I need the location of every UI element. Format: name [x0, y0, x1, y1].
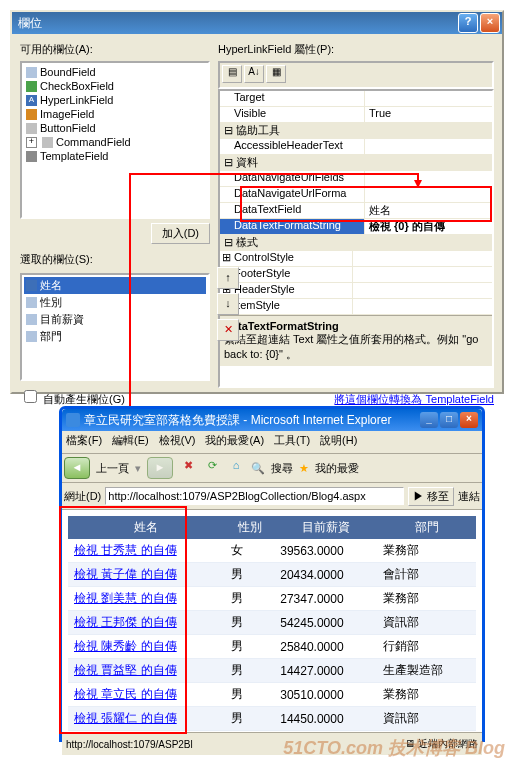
biography-link[interactable]: 檢視 章立民 的自傳 — [74, 687, 177, 701]
ie-content: 姓名 性別 目前薪資 部門 檢視 甘秀慧 的自傳女39563.0000業務部檢視… — [62, 510, 482, 732]
biography-link[interactable]: 檢視 甘秀慧 的自傳 — [74, 543, 177, 557]
selected-item[interactable]: 姓名 — [24, 277, 206, 294]
minimize-button[interactable]: _ — [420, 412, 438, 428]
back-button[interactable]: ◄ — [64, 457, 90, 479]
ie-window: 章立民研究室部落格免費授課 - Microsoft Internet Explo… — [59, 406, 485, 742]
biography-link[interactable]: 檢視 張耀仁 的自傳 — [74, 711, 177, 725]
cell-dept: 會計部 — [377, 563, 476, 587]
cell-gender: 男 — [225, 563, 274, 587]
ie-title-text: 章立民研究室部落格免費授課 - Microsoft Internet Explo… — [84, 412, 420, 429]
cell-dept: 業務部 — [377, 539, 476, 563]
categorized-button[interactable]: ▤ — [222, 65, 242, 83]
biography-link[interactable]: 檢視 劉美慧 的自傳 — [74, 591, 177, 605]
cell-dept: 行銷部 — [377, 635, 476, 659]
selected-fields-list[interactable]: 姓名 性別 目前薪資 部門 — [20, 273, 210, 381]
autogen-checkbox[interactable]: 自動產生欄位(G) — [20, 387, 210, 407]
favorites-icon[interactable]: ★ — [299, 462, 309, 475]
prop-aht[interactable]: AccessibleHeaderText — [220, 139, 365, 154]
table-row: 檢視 陳秀齡 的自傳男25840.0000行銷部 — [68, 635, 476, 659]
cell-dept: 業務部 — [377, 587, 476, 611]
selected-item[interactable]: 目前薪資 — [24, 311, 206, 328]
prop-target[interactable]: Target — [220, 91, 365, 106]
menu-favorites[interactable]: 我的最愛(A) — [205, 433, 264, 451]
favorites-label[interactable]: 我的最愛 — [315, 461, 359, 476]
property-grid[interactable]: Target VisibleTrue ⊟ 協助工具 AccessibleHead… — [218, 89, 494, 388]
field-item[interactable]: +CommandField — [24, 135, 206, 149]
header-gender: 性別 — [225, 516, 274, 539]
close-button[interactable]: × — [460, 412, 478, 428]
header-name: 姓名 — [68, 516, 225, 539]
property-toolbar: ▤ A↓ ▦ — [218, 61, 494, 89]
field-item[interactable]: ImageField — [24, 107, 206, 121]
prop-cat-styles[interactable]: 樣式 — [236, 236, 258, 248]
convert-link[interactable]: 將這個欄位轉換為 TemplateField — [334, 393, 494, 405]
help-button[interactable]: ? — [458, 13, 478, 33]
search-icon[interactable]: 🔍 — [251, 462, 265, 475]
maximize-button[interactable]: □ — [440, 412, 458, 428]
cell-gender: 男 — [225, 659, 274, 683]
prop-hs[interactable]: HeaderStyle — [234, 283, 295, 295]
cell-salary: 30510.0000 — [274, 683, 377, 707]
refresh-icon[interactable]: ⟳ — [203, 459, 221, 477]
available-label: 可用的欄位(A): — [20, 42, 210, 57]
prop-dnufs[interactable]: DataNavigateUrlForma — [220, 187, 365, 202]
field-item[interactable]: BoundField — [24, 65, 206, 79]
menu-file[interactable]: 檔案(F) — [66, 433, 102, 451]
cell-dept: 資訊部 — [377, 707, 476, 731]
watermark: 51CTO.com 技术博客 Blog — [283, 736, 505, 760]
selected-item[interactable]: 部門 — [24, 328, 206, 345]
menu-tools[interactable]: 工具(T) — [274, 433, 310, 451]
biography-link[interactable]: 檢視 賈益堅 的自傳 — [74, 663, 177, 677]
fields-dialog: 欄位 ? × 可用的欄位(A): BoundField CheckBoxFiel… — [10, 10, 504, 394]
properties-label: HyperLinkField 屬性(P): — [218, 42, 494, 57]
prop-dtfs[interactable]: DataTextFormatString — [220, 219, 365, 234]
ie-titlebar: 章立民研究室部落格免費授課 - Microsoft Internet Explo… — [62, 409, 482, 431]
move-up-button[interactable]: ↑ — [217, 267, 239, 289]
delete-button[interactable]: ✕ — [217, 319, 239, 341]
home-icon[interactable]: ⌂ — [227, 459, 245, 477]
stop-icon[interactable]: ✖ — [179, 459, 197, 477]
move-down-button[interactable]: ↓ — [217, 293, 239, 315]
field-item[interactable]: TemplateField — [24, 149, 206, 163]
cell-gender: 男 — [225, 683, 274, 707]
links-label[interactable]: 連結 — [458, 489, 480, 504]
menu-edit[interactable]: 編輯(E) — [112, 433, 149, 451]
biography-link[interactable]: 檢視 王邦傑 的自傳 — [74, 615, 177, 629]
biography-link[interactable]: 檢視 陳秀齡 的自傳 — [74, 639, 177, 653]
field-item[interactable]: ButtonField — [24, 121, 206, 135]
add-button[interactable]: 加入(D) — [151, 223, 210, 244]
prop-dnuf[interactable]: DataNavigateUrlFields — [220, 171, 365, 186]
cell-salary: 27347.0000 — [274, 587, 377, 611]
menu-view[interactable]: 檢視(V) — [159, 433, 196, 451]
close-button[interactable]: × — [480, 13, 500, 33]
props-button[interactable]: ▦ — [266, 65, 286, 83]
prop-cat-accessibility[interactable]: 協助工具 — [236, 124, 280, 136]
status-text: http://localhost:1079/ASP2Bl — [66, 739, 193, 750]
selected-item[interactable]: 性別 — [24, 294, 206, 311]
cell-dept: 業務部 — [377, 683, 476, 707]
menu-help[interactable]: 說明(H) — [320, 433, 357, 451]
dialog-title: 欄位 — [18, 15, 42, 32]
prop-cat-data[interactable]: 資料 — [236, 156, 258, 168]
prop-visible[interactable]: Visible — [220, 107, 365, 122]
available-fields-list[interactable]: BoundField CheckBoxField AHyperLinkField… — [20, 61, 210, 219]
address-input[interactable] — [105, 487, 404, 505]
biography-link[interactable]: 檢視 黃子偉 的自傳 — [74, 567, 177, 581]
prop-is[interactable]: ItemStyle — [234, 299, 280, 311]
field-item[interactable]: CheckBoxField — [24, 79, 206, 93]
cell-gender: 男 — [225, 635, 274, 659]
header-salary: 目前薪資 — [274, 516, 377, 539]
cell-salary: 14450.0000 — [274, 707, 377, 731]
prop-dtf[interactable]: DataTextField — [220, 203, 365, 218]
field-item[interactable]: AHyperLinkField — [24, 93, 206, 107]
cell-gender: 男 — [225, 707, 274, 731]
prop-fs[interactable]: FooterStyle — [234, 267, 290, 279]
cell-dept: 資訊部 — [377, 611, 476, 635]
selected-label: 選取的欄位(S): — [20, 252, 210, 267]
forward-button[interactable]: ► — [147, 457, 173, 479]
back-label[interactable]: 上一頁 — [96, 461, 129, 476]
prop-cs[interactable]: ControlStyle — [234, 251, 294, 263]
search-label[interactable]: 搜尋 — [271, 461, 293, 476]
alpha-button[interactable]: A↓ — [244, 65, 264, 83]
go-button[interactable]: ▶ 移至 — [408, 487, 454, 506]
